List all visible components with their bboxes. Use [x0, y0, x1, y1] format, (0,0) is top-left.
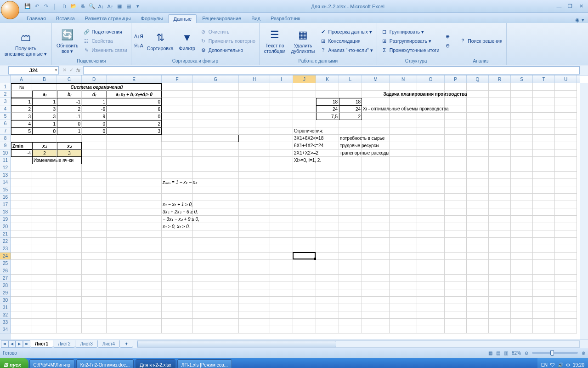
- cell-F19[interactable]: − 3x₁ − x₂ + 9 ≥ 0,: [162, 216, 270, 223]
- cell-B9[interactable]: x₁: [32, 142, 57, 150]
- cell-M4[interactable]: Xi - оптимальные объемы производства: [362, 105, 511, 113]
- consolidate-button[interactable]: ⊞Консолидация: [318, 37, 373, 45]
- row-headers[interactable]: 1234567891011121314151617181920212223242…: [0, 83, 11, 339]
- cell-A2[interactable]: [11, 91, 32, 98]
- row-header[interactable]: 31: [0, 304, 11, 311]
- cell-D3[interactable]: 1: [82, 98, 107, 105]
- cell-E2[interactable]: aᵢ x₁ + bᵢ x₂+dᵢ≥ 0: [107, 91, 162, 98]
- minimize-button[interactable]: —: [554, 2, 564, 11]
- zoom-out-button[interactable]: ⊖: [525, 351, 528, 356]
- row-header[interactable]: 5: [0, 113, 11, 120]
- taskbar-item[interactable]: Кн2-Гл2-Оптимиз.doc...: [76, 359, 134, 368]
- cell-K5[interactable]: 7,5: [316, 113, 339, 120]
- cell-grid[interactable]: №Система ограниченийaᵢbᵢdᵢaᵢ x₁ + bᵢ x₂+…: [11, 83, 580, 339]
- cell-J7[interactable]: Ограничения:: [293, 127, 362, 135]
- show-detail-button[interactable]: ⊕: [443, 32, 452, 40]
- cell-E6[interactable]: 2: [107, 120, 162, 127]
- cell-J11[interactable]: Xi>=0, i=1, 2.: [293, 157, 362, 164]
- select-all-corner[interactable]: [0, 75, 11, 83]
- data-validation-button[interactable]: ✔Проверка данных ▾: [318, 28, 373, 36]
- sheet-tab[interactable]: Лист1: [30, 340, 53, 348]
- cell-C4[interactable]: 2: [57, 105, 82, 113]
- cell-B2[interactable]: aᵢ: [32, 91, 57, 98]
- cell-A3[interactable]: 1: [11, 98, 32, 105]
- cell-B4[interactable]: 3: [32, 105, 57, 113]
- cell-A9[interactable]: Zmin: [11, 142, 32, 150]
- row-header[interactable]: 4: [0, 105, 11, 113]
- undo-icon[interactable]: ↶: [33, 3, 40, 10]
- advanced-button[interactable]: ⚙Дополнительно: [199, 46, 256, 54]
- lang-indicator[interactable]: EN: [541, 362, 548, 368]
- cell-F14[interactable]: zₘᵢₙ = 1 − x₁ − x₂: [162, 179, 270, 186]
- row-header[interactable]: 34: [0, 326, 11, 334]
- start-button[interactable]: ⊞пуск: [0, 358, 28, 368]
- cell-D2[interactable]: dᵢ: [82, 91, 107, 98]
- ribbon-tab-0[interactable]: Главная: [22, 14, 51, 23]
- col-header[interactable]: B: [32, 75, 57, 83]
- taskbar-item[interactable]: Для кн-2-2.xlsx: [136, 359, 175, 368]
- sheet-tab[interactable]: Лист4: [97, 340, 120, 348]
- cell-K3[interactable]: 18: [316, 98, 339, 105]
- hide-detail-button[interactable]: ⊖: [443, 41, 452, 50]
- row-header[interactable]: 15: [0, 186, 11, 194]
- zoom-slider[interactable]: [532, 352, 578, 354]
- clear-button[interactable]: ⊘Очистить: [199, 28, 256, 36]
- name-box[interactable]: J24: [8, 66, 59, 75]
- restore-button[interactable]: ❐: [565, 2, 575, 11]
- group-button[interactable]: ⊟Группировать ▾: [380, 28, 441, 36]
- next-sheet-button[interactable]: ▶: [16, 340, 23, 348]
- ribbon-tab-7[interactable]: Разработчик: [266, 14, 305, 23]
- cell-D7[interactable]: 0: [82, 127, 107, 135]
- cell-A7[interactable]: 5: [11, 127, 32, 135]
- formula-bar[interactable]: [83, 66, 580, 75]
- cell-L9[interactable]: трудовые ресурсы: [339, 142, 445, 150]
- cancel-icon[interactable]: ✕: [62, 67, 67, 73]
- tray-icon[interactable]: ⚙: [566, 362, 570, 368]
- sort-asc-icon[interactable]: A↓: [97, 3, 105, 10]
- col-header[interactable]: F: [162, 75, 193, 83]
- cell-L8[interactable]: потребность в сырье: [339, 135, 445, 142]
- zoom-in-button[interactable]: ⊕: [582, 351, 585, 356]
- row-header[interactable]: 12: [0, 164, 11, 172]
- cell-L4[interactable]: 24: [339, 105, 362, 113]
- col-header[interactable]: I: [270, 75, 293, 83]
- system-tray[interactable]: EN 🛡 🔊 ⚙ 19:20: [537, 358, 588, 368]
- ribbon-tab-4[interactable]: Данные: [168, 14, 197, 23]
- sort-button[interactable]: ⇅Сортировка: [145, 29, 175, 52]
- col-header[interactable]: C: [57, 75, 82, 83]
- cell-A10[interactable]: -4: [11, 150, 32, 157]
- cell-C9[interactable]: x₂: [57, 142, 82, 150]
- view-pagebreak-icon[interactable]: ▥: [504, 351, 508, 356]
- col-header[interactable]: D: [82, 75, 107, 83]
- office-button[interactable]: [1, 1, 19, 19]
- row-header[interactable]: 10: [0, 150, 11, 157]
- cell-F18[interactable]: 3x₁ + 2x₂ − 6 ≥ 0,: [162, 208, 270, 216]
- row-header[interactable]: 27: [0, 275, 11, 282]
- row-header[interactable]: 33: [0, 319, 11, 326]
- save-icon[interactable]: 💾: [24, 3, 31, 10]
- cell-L5[interactable]: 2: [339, 113, 362, 120]
- ribbon-tab-1[interactable]: Вставка: [51, 14, 79, 23]
- row-header[interactable]: 7: [0, 127, 11, 135]
- view-layout-icon[interactable]: ▤: [496, 351, 500, 356]
- row-header[interactable]: 14: [0, 179, 11, 186]
- col-header[interactable]: U: [555, 75, 577, 83]
- whatif-button[interactable]: ？Анализ "что-если" ▾: [318, 46, 373, 54]
- row-header[interactable]: 16: [0, 194, 11, 201]
- new-sheet-button[interactable]: ✦: [119, 340, 133, 348]
- new-icon[interactable]: 🗋: [61, 3, 68, 10]
- ribbon-tab-2[interactable]: Разметка страницы: [80, 14, 136, 23]
- col-header[interactable]: L: [339, 75, 362, 83]
- row-header[interactable]: 2: [0, 91, 11, 98]
- cell-C10[interactable]: 3: [57, 150, 82, 157]
- text-to-columns-button[interactable]: ☰Текст по столбцам: [262, 27, 288, 55]
- cell-A4[interactable]: 2: [11, 105, 32, 113]
- col-header[interactable]: E: [107, 75, 162, 83]
- solver-button[interactable]: ？Поиск решения: [458, 37, 503, 45]
- col-header[interactable]: M: [362, 75, 390, 83]
- row-header[interactable]: 9: [0, 142, 11, 150]
- col-header[interactable]: Q: [467, 75, 489, 83]
- col-header[interactable]: N: [390, 75, 417, 83]
- row-header[interactable]: 8: [0, 135, 11, 142]
- cell-E7[interactable]: 3: [107, 127, 162, 135]
